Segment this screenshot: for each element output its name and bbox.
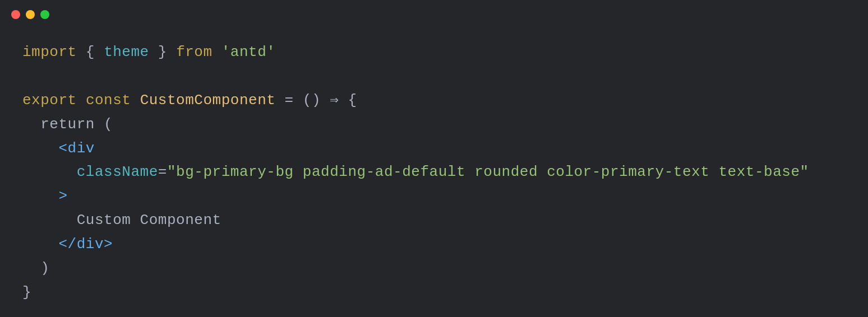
code-line-export: export const CustomComponent = () ⇒ { [22, 88, 846, 113]
arrow: ⇒ [330, 88, 339, 113]
code-line-content: Custom Component [22, 208, 846, 232]
code-line-gt: > [22, 184, 846, 208]
keyword-from: from [176, 40, 213, 64]
window: import { theme } from 'antd' export cons… [0, 0, 868, 317]
keyword-const: const [86, 88, 131, 113]
code-line-div-close: </div> [22, 232, 846, 257]
code-line-paren-close: ) [22, 257, 846, 281]
string-classnames: "bg-primary-bg padding-ad-default rounde… [167, 160, 809, 184]
keyword-export: export [22, 88, 77, 113]
string-antd: 'antd' [221, 40, 276, 64]
minimize-button[interactable] [26, 10, 35, 19]
identifier-theme: theme [104, 40, 149, 64]
code-line-classname: className = "bg-primary-bg padding-ad-de… [22, 160, 846, 184]
code-line-div-open: <div [22, 137, 846, 161]
titlebar [0, 0, 868, 29]
tag-div-open: <div [59, 137, 95, 161]
close-button[interactable] [11, 10, 20, 19]
code-line-brace-close: } [22, 281, 846, 305]
code-editor: import { theme } from 'antd' export cons… [0, 29, 868, 317]
attr-classname: className [77, 160, 158, 184]
identifier-custom-component: CustomComponent [140, 88, 276, 113]
tag-gt: > [22, 184, 68, 208]
tag-div-close: </div> [59, 232, 113, 257]
code-line-import: import { theme } from 'antd' [22, 40, 846, 64]
code-line-return: return ( [22, 113, 846, 137]
keyword-import: import [22, 40, 77, 64]
blank-line-1 [22, 64, 846, 88]
maximize-button[interactable] [40, 10, 49, 19]
